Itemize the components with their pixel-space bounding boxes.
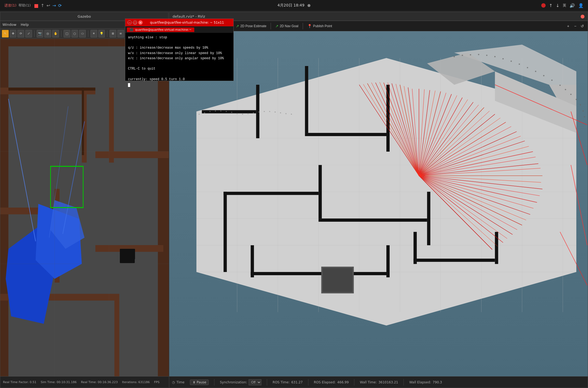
wall-elapsed-item: Wall Elapsed: 790.3 [409, 380, 442, 384]
sync-select[interactable]: Off On [249, 379, 261, 385]
arrow-right-icon: → [52, 3, 56, 8]
pause-button[interactable]: ⏸ Pause [190, 380, 209, 385]
terminal-close-button[interactable]: ✕ [138, 20, 143, 25]
terminal-title: quartfee@quartfee-virtual-machine: ~ 51x… [143, 21, 231, 24]
2d-pose-estimate-button[interactable]: ↗ 2D Pose Estimate [233, 23, 269, 30]
tool-rotate[interactable]: ⟳ [17, 30, 24, 37]
network-status-icon [541, 3, 546, 8]
svg-point-154 [535, 71, 536, 72]
svg-rect-57 [386, 245, 390, 277]
svg-point-132 [231, 112, 232, 113]
toolbar-sep-4 [107, 30, 107, 37]
svg-rect-55 [251, 272, 386, 275]
nav-cluster: + − ↺ [565, 23, 586, 29]
terminal-titlebar: — □ ✕ quartfee@quartfee-virtual-machine:… [125, 19, 233, 26]
ros-time-value: 631.27 [291, 380, 303, 384]
svg-point-158 [565, 89, 566, 90]
ros-time-item: ROS Time: 631.27 [273, 380, 303, 384]
svg-point-162 [583, 110, 584, 112]
terminal-line-7: CTRL-C to quit [128, 66, 231, 71]
system-bar-left: 进攻(1) 帮助(1) ■ ↑ ↩ → ⟳ [4, 3, 62, 8]
tool-move[interactable]: ✥ [10, 30, 17, 37]
svg-point-161 [580, 104, 581, 105]
publish-point-button[interactable]: 📍 Publish Point [305, 23, 335, 30]
gazebo-viewport[interactable] [0, 39, 169, 376]
rviz-title: default.rviz* - RViz [173, 14, 205, 18]
terminal-tab[interactable]: ⬛ quartfee@quartfee-virtual-machine:~ [127, 27, 194, 32]
refresh-icon: ⟳ [58, 3, 62, 8]
terminal-tab-label: quartfee@quartfee-virtual-machine:~ [135, 28, 192, 32]
fps-label: FPS [154, 380, 159, 384]
svg-point-129 [215, 110, 216, 111]
svg-rect-6 [95, 151, 169, 158]
svg-point-143 [291, 114, 292, 115]
reset-view-button[interactable]: ↺ [579, 23, 586, 29]
tool-sphere[interactable]: ○ [71, 30, 78, 37]
svg-rect-46 [256, 85, 259, 138]
pause-label: Pause [197, 380, 206, 384]
down-arrow-icon: ↓ [556, 3, 559, 8]
svg-rect-47 [305, 66, 308, 133]
2d-nav-goal-button[interactable]: ↗ 2D Nav Goal [273, 23, 301, 30]
realtime-factor: Real Time Factor: 0.51 [3, 380, 36, 384]
svg-rect-56 [251, 245, 254, 277]
svg-point-136 [253, 112, 254, 113]
status-sep-1 [214, 379, 214, 386]
rviz-close-button[interactable] [581, 15, 584, 18]
stop-icon: ■ [34, 3, 39, 8]
toolbar-sep-2 [61, 30, 61, 37]
svg-point-134 [242, 114, 243, 115]
svg-point-135 [248, 113, 249, 114]
gazebo-title: Gazebo [77, 14, 91, 18]
zoom-in-button[interactable]: + [565, 23, 571, 29]
terminal-tabbar: ⬛ quartfee@quartfee-virtual-machine:~ [125, 26, 233, 33]
system-bar-clock: 4月20日 18:49 ● [277, 3, 311, 8]
sim-time: Sim Time: 00:10:31.186 [41, 380, 77, 384]
clock-icon: ◷ [172, 380, 175, 384]
svg-point-140 [274, 111, 276, 112]
pause-icon: ⏸ [192, 380, 196, 384]
svg-point-155 [543, 75, 545, 76]
svg-rect-53 [318, 218, 427, 222]
status-sep-2 [267, 379, 267, 386]
ros-elapsed-label: ROS Elapsed: [314, 380, 336, 384]
tool-cylinder[interactable]: ⬭ [79, 30, 86, 37]
taskbar-item-2[interactable]: 帮助(1) [18, 3, 30, 8]
terminal-line-8 [128, 71, 231, 77]
lang-label[interactable]: 英 [563, 3, 566, 8]
tool-scale[interactable]: ⤢ [25, 30, 32, 37]
terminal-min-button[interactable]: — [127, 20, 132, 25]
tool-light[interactable]: 💡 [98, 30, 105, 37]
nav-arrow-icon: ↗ [275, 24, 279, 28]
terminal-max-button[interactable]: □ [133, 20, 137, 25]
svg-point-151 [511, 61, 512, 62]
tool-box[interactable]: □ [64, 30, 70, 37]
svg-point-126 [199, 114, 200, 115]
terminal-line-5: e/c : increase/decrease only angular spe… [128, 56, 231, 61]
zoom-out-button[interactable]: − [572, 23, 578, 29]
tool-select[interactable]: ↖ [2, 30, 9, 37]
tool-lines[interactable]: ≡ [117, 30, 124, 37]
system-bar: 进攻(1) 帮助(1) ■ ↑ ↩ → ⟳ 4月20日 18:49 ● ↑ ↓ … [0, 0, 588, 11]
svg-point-153 [527, 67, 528, 68]
menu-help[interactable]: Help [21, 23, 29, 27]
rviz-statusbar: ◷ Time ⏸ Pause Synchronization: Off On R… [169, 376, 588, 388]
svg-point-152 [519, 64, 520, 65]
tool-orbit[interactable]: ◎ [44, 30, 51, 37]
tool-grid[interactable]: ⊞ [110, 30, 116, 37]
iterations: Iterations: 631186 [122, 380, 150, 384]
terminal-line-9: currently: speed 0.5 turn 1.0 [128, 77, 231, 82]
toolbar-sep-4 [303, 23, 303, 29]
taskbar-item-1[interactable]: 进攻(1) [4, 3, 16, 8]
up-arrow-icon: ↑ [549, 3, 552, 8]
tool-camera[interactable]: 📷 [37, 30, 43, 37]
tool-sun[interactable]: ☀ [90, 30, 97, 37]
menu-window[interactable]: Window [2, 23, 16, 27]
ros-elapsed-value: 466.99 [337, 380, 349, 384]
terminal-body[interactable]: anything else : stop q/z : increase/decr… [125, 33, 233, 89]
tool-pan[interactable]: ✋ [52, 30, 59, 37]
status-sep-5 [404, 379, 404, 386]
system-bar-right: ↑ ↓ 英 🔊 👤 [541, 3, 584, 8]
svg-rect-52 [318, 165, 322, 218]
terminal-window-controls: — □ ✕ [127, 20, 143, 25]
